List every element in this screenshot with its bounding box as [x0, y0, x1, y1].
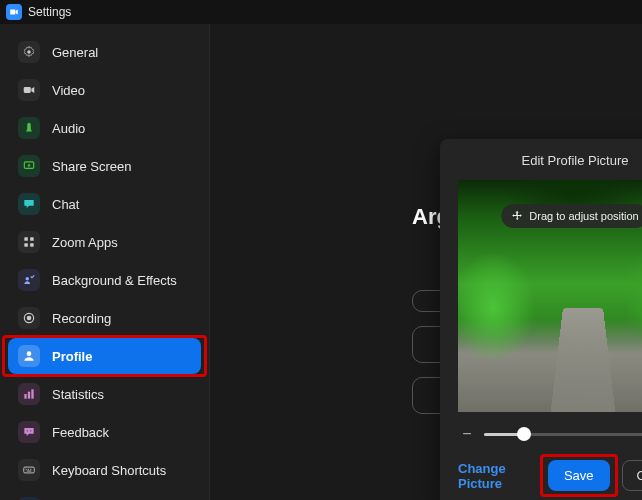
- sidebar-item-background-effects[interactable]: Background & Effects: [8, 262, 201, 298]
- zoom-slider-row: − +: [460, 426, 642, 442]
- move-icon: [511, 210, 523, 222]
- svg-rect-19: [30, 469, 31, 470]
- sidebar-item-general[interactable]: General: [8, 34, 201, 70]
- sidebar-item-recording[interactable]: Recording: [8, 300, 201, 336]
- zoom-slider-thumb[interactable]: [517, 427, 531, 441]
- zoom-out-button[interactable]: −: [460, 426, 474, 442]
- sidebar-item-label: Background & Effects: [52, 273, 177, 288]
- svg-point-15: [30, 430, 31, 431]
- drag-hint: Drag to adjust position: [501, 204, 642, 228]
- chat-icon: [18, 193, 40, 215]
- zoom-slider[interactable]: [484, 433, 642, 436]
- main-pane: Argentina ion tures Edit Profile Picture…: [210, 24, 642, 500]
- sidebar-item-video[interactable]: Video: [8, 72, 201, 108]
- window-title: Settings: [28, 5, 71, 19]
- recording-icon: [18, 307, 40, 329]
- svg-point-0: [27, 50, 31, 54]
- modal-title: Edit Profile Picture: [458, 153, 642, 168]
- titlebar: Settings: [0, 0, 642, 24]
- keyboard-icon: [18, 459, 40, 481]
- change-picture-link[interactable]: Change Picture: [458, 461, 536, 491]
- app-icon: [6, 4, 22, 20]
- sidebar-item-label: Keyboard Shortcuts: [52, 463, 166, 478]
- svg-rect-20: [27, 471, 32, 472]
- sidebar-item-accessibility[interactable]: Accessibility: [8, 490, 201, 500]
- sidebar-item-keyboard-shortcuts[interactable]: Keyboard Shortcuts: [8, 452, 201, 488]
- svg-rect-3: [24, 237, 28, 241]
- sidebar-item-label: Chat: [52, 197, 79, 212]
- background-icon: [18, 269, 40, 291]
- profile-icon: [18, 345, 40, 367]
- gear-icon: [18, 41, 40, 63]
- svg-point-14: [27, 430, 28, 431]
- sidebar-item-audio[interactable]: Audio: [8, 110, 201, 146]
- svg-rect-13: [31, 389, 33, 398]
- feedback-icon: [18, 421, 40, 443]
- svg-rect-18: [28, 469, 29, 470]
- edit-profile-picture-modal: Edit Profile Picture Drag to adjust posi…: [440, 139, 642, 500]
- svg-rect-5: [24, 243, 28, 247]
- svg-point-10: [27, 351, 32, 356]
- video-icon: [18, 79, 40, 101]
- sidebar-item-chat[interactable]: Chat: [8, 186, 201, 222]
- svg-rect-16: [24, 467, 35, 473]
- sidebar-item-label: Share Screen: [52, 159, 132, 174]
- stats-icon: [18, 383, 40, 405]
- cancel-button[interactable]: Cancel: [622, 460, 642, 491]
- svg-rect-6: [30, 243, 34, 247]
- svg-point-7: [26, 277, 30, 281]
- sidebar-item-label: Profile: [52, 349, 92, 364]
- svg-rect-12: [28, 392, 30, 399]
- sidebar-item-label: Statistics: [52, 387, 104, 402]
- svg-point-9: [27, 316, 32, 321]
- sidebar-item-zoom-apps[interactable]: Zoom Apps: [8, 224, 201, 260]
- sidebar-item-label: Video: [52, 83, 85, 98]
- audio-icon: [18, 117, 40, 139]
- sidebar-item-statistics[interactable]: Statistics: [8, 376, 201, 412]
- svg-rect-1: [24, 87, 31, 93]
- sidebar-item-feedback[interactable]: Feedback: [8, 414, 201, 450]
- sidebar-item-label: General: [52, 45, 98, 60]
- share-icon: [18, 155, 40, 177]
- sidebar-item-label: Recording: [52, 311, 111, 326]
- svg-rect-11: [24, 394, 26, 399]
- apps-icon: [18, 231, 40, 253]
- svg-rect-17: [26, 469, 27, 470]
- sidebar-item-label: Zoom Apps: [52, 235, 118, 250]
- picture-crop-area[interactable]: Drag to adjust position: [458, 180, 642, 412]
- settings-sidebar: General Video Audio Share Screen Chat Zo…: [0, 24, 210, 500]
- sidebar-item-label: Feedback: [52, 425, 109, 440]
- sidebar-item-label: Audio: [52, 121, 85, 136]
- sidebar-item-share-screen[interactable]: Share Screen: [8, 148, 201, 184]
- sidebar-item-profile[interactable]: Profile: [8, 338, 201, 374]
- svg-rect-4: [30, 237, 34, 241]
- save-button[interactable]: Save: [548, 460, 610, 491]
